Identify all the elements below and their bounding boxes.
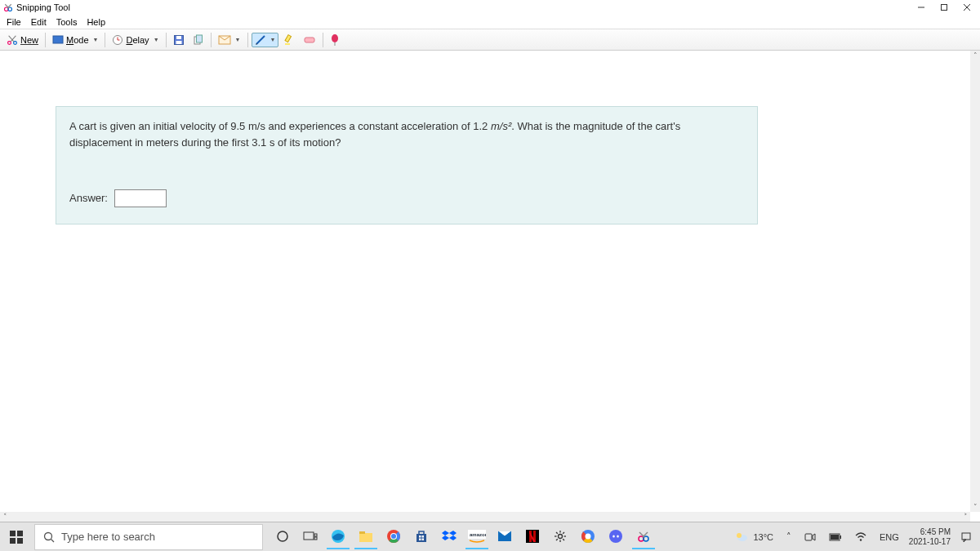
tray-chevron[interactable]: ˄ [783,531,795,542]
task-view-icon[interactable] [299,525,322,549]
date-text: 2021-10-17 [909,537,951,547]
balloon-icon [330,34,340,46]
vertical-scrollbar[interactable]: ˄ ˅ [970,51,980,512]
scroll-left-button[interactable]: ˂ [0,512,10,522]
windows-icon [10,531,23,544]
chevron-down-icon: ▼ [235,37,241,42]
netflix-icon[interactable] [521,525,544,549]
balloon-button[interactable] [327,33,343,47]
svg-rect-26 [305,38,314,42]
scissors-icon [7,34,18,46]
svg-point-8 [8,41,11,44]
horizontal-scrollbar[interactable]: ˂ ˃ [0,512,970,522]
send-button[interactable]: ▼ [215,33,244,47]
svg-marker-53 [442,531,449,535]
scroll-down-button[interactable]: ˅ [970,502,980,512]
svg-rect-51 [419,538,421,540]
pen-button[interactable]: ▼ [252,33,279,47]
browser-icon[interactable] [577,525,599,549]
svg-rect-37 [314,534,317,536]
mode-button[interactable]: Mode ▼ [49,33,101,47]
svg-rect-86 [840,535,842,539]
copy-button[interactable] [189,33,207,47]
svg-line-67 [563,539,564,540]
cortana-icon[interactable] [271,525,294,549]
chrome-icon[interactable] [382,525,405,549]
separator [323,33,323,47]
scroll-up-button[interactable]: ˄ [970,51,980,60]
amazon-icon[interactable]: amazon [466,525,488,549]
delay-button[interactable]: Delay ▼ [109,33,162,47]
svg-rect-38 [314,537,317,540]
language-indicator[interactable]: ENG [876,532,902,542]
svg-line-22 [256,36,265,44]
answer-input[interactable] [114,189,167,207]
minimize-button[interactable] [910,1,933,14]
discord-icon[interactable] [604,525,627,549]
store-icon[interactable] [410,525,433,549]
separator [166,33,167,47]
svg-rect-18 [176,41,181,44]
svg-rect-40 [359,533,372,542]
close-button[interactable] [956,1,978,14]
separator [45,33,46,47]
svg-line-34 [51,539,55,542]
svg-rect-24 [285,34,291,42]
canvas-area: A cart is given an initial velocity of 9… [0,51,970,512]
svg-rect-49 [419,535,421,538]
maximize-button[interactable] [933,1,956,14]
settings-icon[interactable] [549,525,572,549]
new-button[interactable]: New [3,33,42,47]
menu-help[interactable]: Help [82,16,110,29]
question-text-a: A cart is given an initial velocity of 9… [69,120,491,132]
window-controls [910,1,978,14]
toolbar: New Mode ▼ Delay ▼ ▼ ▼ [0,29,980,51]
svg-rect-50 [422,535,425,538]
file-explorer-icon[interactable] [354,525,377,549]
eraser-button[interactable] [300,33,319,47]
menu-bar: File Edit Tools Help [0,15,980,29]
edge-icon[interactable] [327,525,350,549]
save-button[interactable] [170,33,188,47]
svg-rect-83 [805,534,812,540]
search-box[interactable]: Type here to search [34,524,263,550]
svg-rect-36 [304,532,314,540]
battery-icon[interactable] [826,533,845,541]
weather-widget[interactable]: 13°C [732,531,777,543]
svg-rect-87 [831,535,839,540]
separator [211,33,212,47]
mail-icon[interactable] [493,525,516,549]
svg-rect-32 [17,538,23,544]
svg-rect-20 [196,35,202,42]
svg-point-74 [609,530,622,543]
svg-line-68 [556,539,558,540]
menu-file[interactable]: File [2,16,26,29]
clock[interactable]: 6:45 PM 2021-10-17 [909,527,951,547]
pen-icon [255,34,266,46]
chevron-down-icon: ▼ [270,37,276,42]
meet-now-icon[interactable] [801,532,819,542]
start-button[interactable] [0,522,33,552]
separator [247,33,248,47]
svg-line-66 [556,532,558,534]
menu-edit[interactable]: Edit [26,16,51,29]
svg-point-73 [586,533,591,539]
svg-point-75 [612,535,615,537]
wifi-icon[interactable] [852,532,870,542]
eraser-icon [303,35,316,45]
search-icon [43,531,55,543]
save-icon [173,34,185,46]
snipping-tool-icon [3,2,13,12]
svg-marker-56 [449,535,457,540]
svg-point-35 [278,531,287,541]
svg-rect-12 [53,36,63,43]
svg-marker-90 [964,540,966,542]
copy-icon [193,34,204,46]
notifications-icon[interactable] [957,531,975,543]
scroll-right-button[interactable]: ˃ [960,512,970,522]
menu-tools[interactable]: Tools [51,16,82,29]
svg-rect-30 [17,531,23,536]
highlighter-button[interactable] [280,33,298,47]
snipping-tool-taskbar-icon[interactable] [632,525,655,549]
dropbox-icon[interactable] [438,525,461,549]
